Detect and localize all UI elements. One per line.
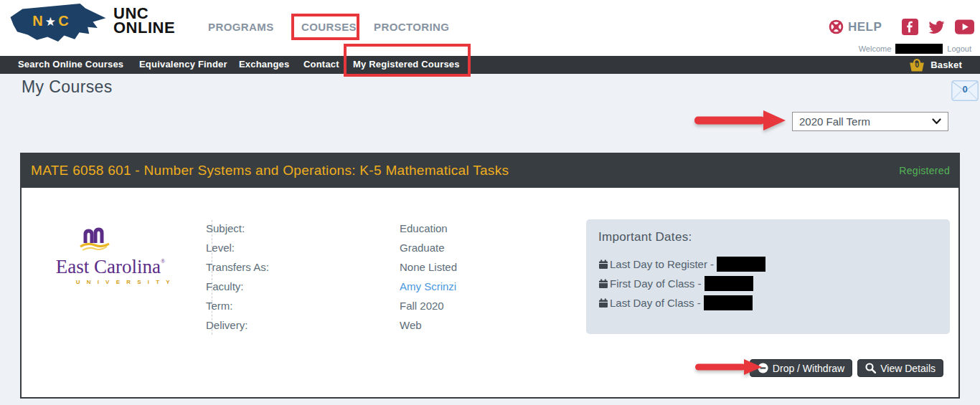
svg-text:★: ★: [45, 15, 56, 29]
navbar-contact[interactable]: Contact: [303, 59, 339, 70]
navbar-search-online-courses[interactable]: Search Online Courses: [18, 59, 123, 70]
course-details: Subject: Education Level: Graduate Trans…: [206, 219, 457, 335]
term-select-dropdown[interactable]: 2020 Fall Term: [792, 112, 948, 131]
term-select-value: 2020 Fall Term: [799, 115, 870, 128]
redacted-date: [717, 257, 765, 272]
ecu-cupola-icon: [78, 226, 111, 254]
annotation-arrow-drop-withdraw: [695, 359, 763, 375]
annotation-arrow-term-select: [694, 110, 786, 130]
help-link[interactable]: HELP: [829, 19, 882, 34]
youtube-icon[interactable]: [955, 19, 974, 34]
date-item-last-day-register: Last Day to Register -: [598, 254, 938, 274]
facebook-icon[interactable]: [902, 19, 918, 35]
annotation-box-my-registered-courses: [344, 44, 471, 77]
navbar-equivalency-finder[interactable]: Equivalency Finder: [139, 59, 227, 70]
navbar-exchanges[interactable]: Exchanges: [239, 59, 289, 70]
welcome-label: Welcome: [859, 44, 892, 53]
svg-text:C: C: [58, 13, 68, 29]
date-item-first-day-class: First Day of Class -: [598, 274, 938, 293]
annotation-box-courses: [291, 14, 359, 40]
social-icons: [902, 19, 974, 35]
redacted-username: [895, 44, 943, 54]
basket-icon: 0: [908, 57, 925, 72]
course-title: MATE 6058 601 - Number Systems and Opera…: [31, 163, 899, 178]
important-dates-panel: Important Dates: Last Day to Register - …: [586, 219, 950, 334]
course-card: MATE 6058 601 - Number Systems and Opera…: [20, 153, 960, 399]
course-card-header: MATE 6058 601 - Number Systems and Opera…: [21, 153, 959, 188]
important-dates-heading: Important Dates:: [598, 230, 938, 244]
calendar-icon: [598, 298, 608, 308]
detail-row-level: Level: Graduate: [206, 238, 457, 257]
redacted-date: [705, 276, 753, 291]
magnifier-icon: [865, 363, 876, 373]
ecu-university-text: U N I V E R S I T Y: [33, 279, 188, 285]
chevron-down-icon: [932, 118, 941, 125]
messages-count-badge: 0: [951, 84, 979, 95]
view-details-button[interactable]: View Details: [857, 359, 943, 377]
nav-proctoring[interactable]: PROCTORING: [374, 21, 449, 33]
course-actions: Drop / Withdraw View Details: [750, 359, 943, 377]
basket-link[interactable]: 0 Basket: [908, 57, 962, 72]
basket-count-badge: 0: [908, 61, 925, 69]
calendar-icon: [598, 259, 608, 270]
calendar-icon: [598, 279, 608, 289]
welcome-bar: Welcome Logout: [859, 42, 971, 54]
drop-withdraw-button[interactable]: Drop / Withdraw: [750, 359, 852, 377]
messages-indicator[interactable]: 0: [951, 80, 979, 104]
svg-text:N: N: [32, 13, 42, 29]
life-ring-icon: [829, 19, 844, 34]
redacted-date: [704, 295, 753, 310]
east-carolina-university-logo: East Carolina® U N I V E R S I T Y: [33, 226, 188, 285]
detail-row-subject: Subject: Education: [206, 219, 457, 238]
date-item-last-day-class: Last Day of Class -: [598, 293, 938, 313]
twitter-icon[interactable]: [928, 19, 946, 35]
nav-programs[interactable]: PROGRAMS: [208, 21, 274, 33]
detail-row-transfers-as: Transfers As: None Listed: [206, 257, 457, 277]
registration-status-badge: Registered: [899, 165, 950, 176]
faculty-link[interactable]: Amy Scrinzi: [400, 280, 456, 292]
page-title: My Courses: [22, 77, 113, 97]
ecu-name-text: East Carolina®: [33, 256, 188, 278]
unc-online-nc-state-logo-icon[interactable]: N ★ C: [7, 2, 109, 43]
unc-online-wordmark[interactable]: UNC ONLINE: [113, 6, 175, 35]
logout-link[interactable]: Logout: [947, 44, 971, 53]
detail-row-term: Term: Fall 2020: [206, 296, 457, 315]
detail-row-faculty: Faculty: Amy Scrinzi: [206, 277, 457, 296]
detail-row-delivery: Delivery: Web: [206, 315, 457, 335]
